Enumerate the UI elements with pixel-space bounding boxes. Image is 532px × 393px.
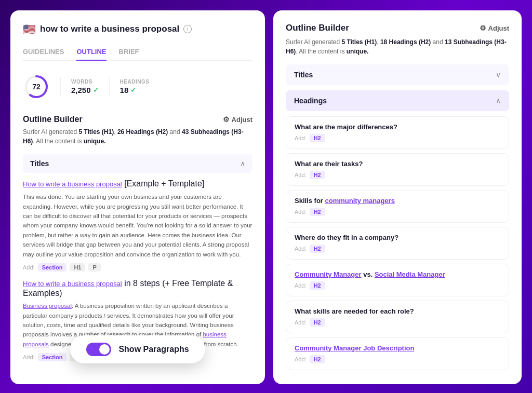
right-panel: Outline Builder ⚙ Adjust Surfer AI gener… <box>273 10 522 384</box>
heading-add-label-4: Add: <box>295 246 307 252</box>
divider2 <box>109 77 110 96</box>
title-link-text-2[interactable]: How to write a business proposal <box>23 280 122 288</box>
add-label-1: Add: <box>23 264 35 270</box>
right-headings-label: Headings <box>294 97 327 105</box>
right-desc: Surfer AI generated 5 Titles (H1), 18 He… <box>286 37 509 56</box>
heading-add-label-7: Add: <box>295 356 307 362</box>
heading-add-h2-6[interactable]: H2 <box>310 318 325 327</box>
words-metric: WORDS 2,250 ✓ <box>71 79 99 94</box>
titles-section-header[interactable]: Titles ∧ <box>23 154 252 173</box>
title-link-1: How to write a business proposal [Exampl… <box>23 179 252 189</box>
tab-brief[interactable]: BRIEF <box>119 44 139 61</box>
heading-title-3: Skills for community managers <box>295 197 500 205</box>
heading-card-6: What skills are needed for each role? Ad… <box>286 301 509 333</box>
right-titles-chevron: ∨ <box>496 71 501 79</box>
divider <box>60 77 61 96</box>
heading-add-h2-2[interactable]: H2 <box>310 171 325 179</box>
heading-card-1: What are the major differences? Add: H2 <box>286 116 509 149</box>
tab-outline[interactable]: OUTLINE <box>76 44 106 61</box>
heading-add-h2-5[interactable]: H2 <box>310 281 325 290</box>
heading-title-5: Community Manager vs. Social Media Manag… <box>295 270 500 278</box>
page-title-row: 🇺🇸 how to write a business proposal i <box>23 23 252 35</box>
outline-builder-title: Outline Builder <box>23 115 83 124</box>
right-titles-header[interactable]: Titles ∨ <box>286 64 509 85</box>
social-media-manager-link[interactable]: Social Media Manager <box>375 270 445 278</box>
heading-add-label-6: Add: <box>295 319 307 326</box>
words-value: 2,250 ✓ <box>71 86 99 94</box>
heading-add-label-1: Add: <box>295 135 307 141</box>
headings-label: HEADINGS <box>120 79 150 85</box>
right-header: Outline Builder ⚙ Adjust <box>286 23 509 33</box>
page-title: how to write a business proposal <box>40 24 179 34</box>
heading-add-h2-7[interactable]: H2 <box>310 355 325 363</box>
heading-add-row-1: Add: H2 <box>295 134 500 142</box>
heading-add-h2-4[interactable]: H2 <box>310 245 325 253</box>
tabs-row: GUIDELINES OUTLINE BRIEF <box>23 44 252 61</box>
heading-card-4: Where do they fit in a company? Add: H2 <box>286 227 509 260</box>
right-adjust-icon: ⚙ <box>480 24 486 32</box>
heading-card-3: Skills for community managers Add: H2 <box>286 190 509 223</box>
right-headings-chevron: ∧ <box>496 97 501 105</box>
outline-desc: Surfer AI generated 5 Titles (H1), 26 He… <box>23 127 252 146</box>
heading-title-6: What skills are needed for each role? <box>295 307 500 315</box>
title-paragraph-1: This was done. You are starting your own… <box>23 192 252 259</box>
heading-card-7: Community Manager Job Description Add: H… <box>286 337 509 370</box>
heading-card-2: What are their tasks? Add: H2 <box>286 153 509 186</box>
right-headings-header[interactable]: Headings ∧ <box>286 90 509 111</box>
title-rest-text-1: [Example + Template] <box>124 179 204 188</box>
heading-add-label-2: Add: <box>295 172 307 178</box>
community-manager-link[interactable]: Community Manager <box>295 270 362 278</box>
right-title: Outline Builder <box>286 23 349 33</box>
toggle-knob <box>99 344 110 355</box>
toggle-overlay: Show Paragraphs <box>70 335 205 363</box>
add-row-1: Add: Section H1 P <box>23 263 252 272</box>
left-panel: 🇺🇸 how to write a business proposal i GU… <box>10 10 265 384</box>
heading-title-1: What are the major differences? <box>295 123 500 131</box>
add-h1-tag-1[interactable]: H1 <box>70 263 85 272</box>
heading-add-row-2: Add: H2 <box>295 171 500 179</box>
heading-add-h2-3[interactable]: H2 <box>310 208 325 216</box>
metrics-row: 72 WORDS 2,250 ✓ HEADINGS 18 ✓ <box>23 69 252 104</box>
score-circle: 72 <box>23 73 50 100</box>
heading-add-row-7: Add: H2 <box>295 355 500 363</box>
title-link-2: How to write a business proposal in 8 st… <box>23 279 252 298</box>
words-label: WORDS <box>71 79 99 85</box>
community-managers-link[interactable]: community managers <box>325 197 395 205</box>
headings-check: ✓ <box>130 86 136 94</box>
add-section-tag-2[interactable]: Section <box>38 353 67 361</box>
heading-add-row-5: Add: H2 <box>295 281 500 290</box>
community-manager-job-link[interactable]: Community Manager Job Description <box>295 344 414 352</box>
title-item-1: How to write a business proposal [Exampl… <box>23 179 252 272</box>
title-link-text-1[interactable]: How to write a business proposal <box>23 180 122 188</box>
heading-card-5: Community Manager vs. Social Media Manag… <box>286 264 509 296</box>
heading-title-4: Where do they fit in a company? <box>295 234 500 241</box>
info-icon[interactable]: i <box>183 25 192 33</box>
headings-value: 18 ✓ <box>120 86 150 94</box>
tab-guidelines[interactable]: GUIDELINES <box>23 44 64 61</box>
words-check: ✓ <box>93 86 99 94</box>
adjust-button[interactable]: ⚙ Adjust <box>223 115 252 124</box>
flag-icon: 🇺🇸 <box>23 23 36 35</box>
heading-add-label-3: Add: <box>295 209 307 215</box>
add-label-2: Add: <box>23 354 35 360</box>
show-paragraphs-toggle[interactable] <box>86 343 111 356</box>
titles-chevron: ∧ <box>240 159 245 168</box>
right-titles-label: Titles <box>294 71 313 79</box>
heading-add-h2-1[interactable]: H2 <box>310 134 325 142</box>
score-number: 72 <box>32 83 41 91</box>
heading-add-row-3: Add: H2 <box>295 208 500 216</box>
toggle-label: Show Paragraphs <box>118 345 189 354</box>
titles-section-label: Titles <box>30 159 49 168</box>
add-p-tag-1[interactable]: P <box>88 263 100 272</box>
add-section-tag-1[interactable]: Section <box>38 263 67 272</box>
heading-add-row-4: Add: H2 <box>295 245 500 253</box>
headings-metric: HEADINGS 18 ✓ <box>120 79 150 94</box>
adjust-icon: ⚙ <box>223 115 230 124</box>
heading-add-label-5: Add: <box>295 282 307 289</box>
heading-add-row-6: Add: H2 <box>295 318 500 327</box>
heading-title-2: What are their tasks? <box>295 160 500 168</box>
business-proposal-link[interactable]: Business proposal <box>23 303 72 309</box>
heading-title-7: Community Manager Job Description <box>295 344 500 352</box>
right-adjust-button[interactable]: ⚙ Adjust <box>480 24 509 32</box>
outline-builder-header: Outline Builder ⚙ Adjust <box>23 115 252 124</box>
